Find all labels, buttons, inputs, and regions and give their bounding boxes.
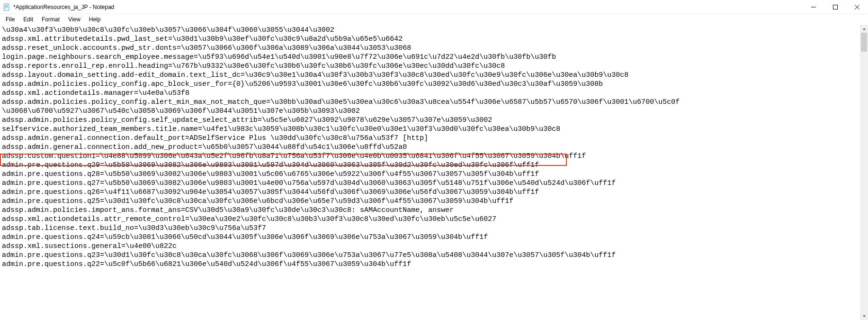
- text-line: admin.pre.questions.q25=\u30d1\u30fc\u30…: [2, 197, 858, 206]
- text-line: adssp.admin.general.connection.default_p…: [2, 134, 858, 143]
- text-line: \u3068\u6700\u5927\u3067\u540c\u3058\u30…: [2, 107, 858, 116]
- text-line: adssp.reset_unlock.accounts.pwd_str.dont…: [2, 44, 858, 53]
- titlebar[interactable]: *ApplicationResources_ja_JP - Notepad: [0, 0, 868, 14]
- editor-area: \u30a4\u30f3\u30b9\u30c8\u30fc\u30eb\u30…: [0, 25, 868, 320]
- text-line: adssp.admin.policies.policy_config.self_…: [2, 116, 858, 125]
- text-line: admin.pre.questions.q24=\u59cb\u3081\u30…: [2, 233, 858, 242]
- text-line: adssp.admin.policies.import_ans.format_a…: [2, 206, 858, 215]
- scroll-down-icon[interactable]: [860, 312, 868, 320]
- maximize-button[interactable]: [824, 0, 846, 14]
- text-line: adssp.xml.actiondetails.attr_remote_cont…: [2, 215, 858, 224]
- text-line: admin.pre.questions.q29=\u5b50\u3069\u30…: [2, 161, 858, 170]
- scroll-up-icon[interactable]: [860, 25, 868, 33]
- menu-file[interactable]: File: [2, 15, 18, 24]
- text-line: adssp.admin.policies.policy_config.alert…: [2, 98, 858, 107]
- menu-format[interactable]: Format: [38, 15, 63, 24]
- close-button[interactable]: [846, 0, 868, 14]
- vertical-scrollbar[interactable]: [860, 25, 868, 320]
- svg-marker-10: [863, 315, 866, 317]
- notepad-icon: [3, 3, 10, 11]
- text-line: admin.pre.questions.q27=\u5b50\u3069\u30…: [2, 179, 858, 188]
- text-line: adssp.xml.susections.general=\u4e00\u822…: [2, 242, 858, 251]
- text-line: admin.pre.questions.q22=\u5c0f\u5b66\u68…: [2, 260, 858, 269]
- text-line: login.page.neighbours.search_employee.me…: [2, 53, 858, 62]
- text-line: adssp.custom.question1=\u4e88\u5099\u306…: [2, 152, 858, 161]
- text-line: admin.pre.questions.q26=\u4f11\u6687\u30…: [2, 188, 858, 197]
- menu-help[interactable]: Help: [85, 15, 105, 24]
- text-line: admin.pre.questions.q28=\u5b50\u3069\u30…: [2, 170, 858, 179]
- text-line: adssp.layout.domain_setting.add-edit_dom…: [2, 71, 858, 80]
- text-line: adssp.tab.license.text.build_no=\u30d3\u…: [2, 224, 858, 233]
- text-line: adssp.admin.policies.policy_config.apc_b…: [2, 80, 858, 89]
- text-line: admin.pre.questions.q23=\u30d1\u30fc\u30…: [2, 251, 858, 260]
- text-line: adssp.reports.enroll_rep.enroll.heading=…: [2, 62, 858, 71]
- window-title: *ApplicationResources_ja_JP - Notepad: [13, 4, 114, 10]
- menu-view[interactable]: View: [64, 15, 84, 24]
- minimize-button[interactable]: [803, 0, 824, 14]
- text-line: adssp.xml.attributedetails.pwd_last_set=…: [2, 35, 858, 44]
- window-controls: [803, 0, 868, 14]
- svg-rect-6: [833, 5, 838, 9]
- text-editor[interactable]: \u30a4\u30f3\u30b9\u30c8\u30fc\u30eb\u30…: [0, 25, 860, 320]
- text-line: selfservice.authorized_team_members.titl…: [2, 125, 858, 134]
- menubar: File Edit Format View Help: [0, 14, 868, 25]
- text-line: adssp.xml.actiondetails.manager=\u4e0a\u…: [2, 89, 858, 98]
- text-line: adssp.admin.general.connection.add_new_p…: [2, 143, 858, 152]
- menu-edit[interactable]: Edit: [19, 15, 37, 24]
- scroll-track[interactable]: [860, 33, 868, 312]
- text-line: \u30a4\u30f3\u30b9\u30c8\u30fc\u30eb\u30…: [2, 26, 858, 35]
- scroll-thumb[interactable]: [861, 33, 867, 52]
- svg-marker-9: [863, 28, 866, 30]
